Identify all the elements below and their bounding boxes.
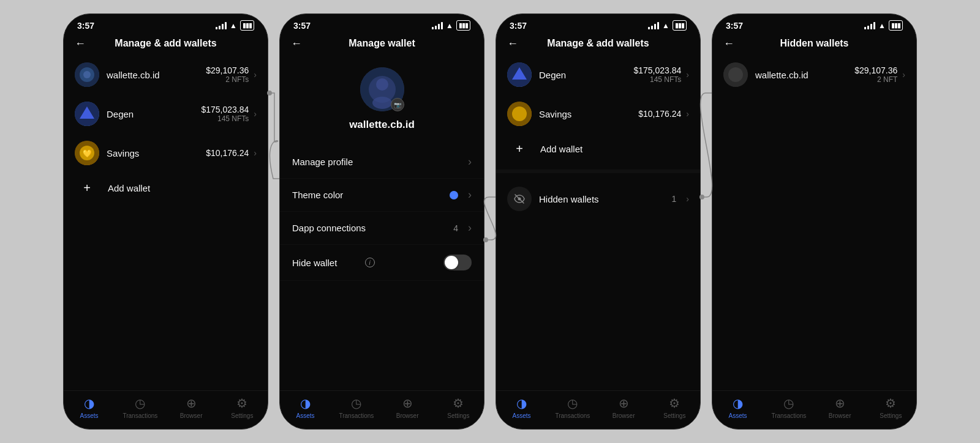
chevron-hidden-wallets: › <box>686 194 689 204</box>
wallet-item-degen-3[interactable]: Degen $175,023.84 145 NFTs › <box>496 55 700 94</box>
add-wallet-button-1[interactable]: + Add wallet <box>64 173 268 204</box>
screen-title-1: Manage & add wallets <box>115 38 216 49</box>
signal-icon-4 <box>864 22 875 29</box>
menu-hide-wallet[interactable]: Hide wallet i <box>280 245 484 281</box>
wallet-item-savings-3[interactable]: Savings $10,176.24 › <box>496 94 700 133</box>
wallet-right-wallette: $29,107.36 2 NFTs <box>206 65 249 84</box>
svg-point-15 <box>512 106 527 121</box>
back-button-2[interactable]: ← <box>291 37 302 50</box>
browser-icon-1: ⊕ <box>186 396 197 411</box>
avatar-wallette-hidden <box>723 62 748 87</box>
screen-content-4: wallette.cb.id $29,107.36 2 NFT › <box>712 55 916 390</box>
phone-1: 3:57 ▲ ▮▮▮ ← Manage & add wallets <box>63 13 268 430</box>
divider-3 <box>496 169 700 173</box>
wallet-value-wallette: $29,107.36 <box>206 65 249 75</box>
nav-assets-2[interactable]: ◑ Assets <box>280 396 331 419</box>
battery-icon-4: ▮▮▮ <box>889 20 903 31</box>
back-button-4[interactable]: ← <box>723 37 734 50</box>
status-bar-1: 3:57 ▲ ▮▮▮ <box>64 14 268 33</box>
menu-theme-color[interactable]: Theme color › <box>280 179 484 212</box>
transactions-icon-1: ◷ <box>135 396 145 411</box>
assets-label-4: Assets <box>729 412 747 419</box>
hidden-wallets-row[interactable]: Hidden wallets 1 › <box>496 178 700 220</box>
chevron-dapp-connections: › <box>468 222 472 234</box>
wallet-name-degen-3: Degen <box>539 70 633 80</box>
menu-manage-profile[interactable]: Manage profile › <box>280 146 484 179</box>
browser-label-4: Browser <box>829 412 851 419</box>
signal-icon-3 <box>648 22 659 29</box>
settings-icon-4: ⚙ <box>885 396 896 411</box>
nav-transactions-2[interactable]: ◷ Transactions <box>331 396 382 419</box>
menu-label-dapp-connections: Dapp connections <box>292 223 453 233</box>
chevron-degen-3: › <box>686 70 689 80</box>
nav-browser-2[interactable]: ⊕ Browser <box>382 396 433 419</box>
screen-header-4: ← Hidden wallets <box>712 33 916 55</box>
hide-wallet-toggle[interactable] <box>443 255 472 270</box>
screen-title-2: Manage wallet <box>349 38 415 49</box>
wallet-right-degen: $175,023.84 145 NFTs <box>201 105 249 123</box>
settings-icon-3: ⚙ <box>669 396 680 411</box>
bottom-nav-3: ◑ Assets ◷ Transactions ⊕ Browser ⚙ Sett… <box>496 390 700 429</box>
eye-slash-icon <box>507 187 532 211</box>
phone-2: 3:57 ▲ ▮▮▮ ← Manage wallet <box>279 13 484 430</box>
assets-icon-1: ◑ <box>84 396 94 411</box>
status-bar-2: 3:57 ▲ ▮▮▮ <box>280 14 484 33</box>
back-button-1[interactable]: ← <box>75 37 86 50</box>
screen-header-1: ← Manage & add wallets <box>64 33 268 55</box>
nav-assets-4[interactable]: ◑ Assets <box>712 396 763 419</box>
nav-transactions-3[interactable]: ◷ Transactions <box>547 396 598 419</box>
wallet-name-wallette-hidden: wallette.cb.id <box>755 70 854 80</box>
screen-content-3: Degen $175,023.84 145 NFTs › Savings <box>496 55 700 390</box>
svg-point-11 <box>372 97 392 109</box>
wallet-value-wallette-hidden: $29,107.36 <box>854 65 897 75</box>
chevron-wallette: › <box>254 70 257 80</box>
wallet-name-savings-3: Savings <box>539 109 638 119</box>
svg-point-10 <box>376 78 388 91</box>
nav-browser-3[interactable]: ⊕ Browser <box>598 396 649 419</box>
transactions-icon-4: ◷ <box>783 396 794 411</box>
assets-label-3: Assets <box>513 412 531 419</box>
avatar-savings-1: 💛 <box>75 141 99 165</box>
wallet-item-wallette[interactable]: wallette.cb.id $29,107.36 2 NFTs › <box>64 55 268 94</box>
wifi-icon-1: ▲ <box>230 21 237 30</box>
settings-label-4: Settings <box>880 412 902 419</box>
signal-icon-1 <box>216 22 227 29</box>
screen-manage-wallet: 3:57 ▲ ▮▮▮ ← Manage wallet <box>279 13 484 430</box>
chevron-manage-profile: › <box>468 155 472 168</box>
nav-settings-1[interactable]: ⚙ Settings <box>217 396 268 419</box>
svg-point-2 <box>83 71 91 78</box>
signal-icon-2 <box>432 22 443 29</box>
nav-settings-3[interactable]: ⚙ Settings <box>649 396 700 419</box>
bottom-nav-1: ◑ Assets ◷ Transactions ⊕ Browser ⚙ Sett… <box>64 390 268 429</box>
screen-header-3: ← Manage & add wallets <box>496 33 700 55</box>
add-wallet-button-3[interactable]: + Add wallet <box>496 133 700 165</box>
nav-assets-1[interactable]: ◑ Assets <box>64 396 115 419</box>
nav-settings-4[interactable]: ⚙ Settings <box>865 396 916 419</box>
wallet-item-wallette-hidden[interactable]: wallette.cb.id $29,107.36 2 NFT › <box>712 55 916 94</box>
wallet-item-savings[interactable]: 💛 Savings $10,176.24 › <box>64 133 268 173</box>
plus-icon-1: + <box>75 181 99 195</box>
svg-text:💛: 💛 <box>83 149 92 158</box>
time-3: 3:57 <box>510 21 527 31</box>
nav-browser-1[interactable]: ⊕ Browser <box>166 396 217 419</box>
back-button-3[interactable]: ← <box>507 37 518 50</box>
wallet-name-degen: Degen <box>107 109 201 119</box>
screen-content-2: 📷 wallette.cb.id Manage profile › Theme … <box>280 55 484 390</box>
profile-section: 📷 wallette.cb.id <box>280 55 484 146</box>
menu-dapp-connections[interactable]: Dapp connections 4 › <box>280 212 484 245</box>
camera-badge[interactable]: 📷 <box>391 98 404 111</box>
nav-assets-3[interactable]: ◑ Assets <box>496 396 547 419</box>
nav-transactions-4[interactable]: ◷ Transactions <box>763 396 814 419</box>
transactions-icon-2: ◷ <box>351 396 361 411</box>
hidden-wallets-label: Hidden wallets <box>539 194 672 204</box>
nav-browser-4[interactable]: ⊕ Browser <box>815 396 865 419</box>
nav-transactions-1[interactable]: ◷ Transactions <box>115 396 165 419</box>
wallet-value-degen: $175,023.84 <box>201 105 249 114</box>
wallet-item-degen[interactable]: Degen $175,023.84 145 NFTs › <box>64 94 268 133</box>
screen-manage-add-wallets: 3:57 ▲ ▮▮▮ ← Manage & add wallets <box>63 13 268 430</box>
browser-label-1: Browser <box>180 412 203 419</box>
wallet-right-wallette-hidden: $29,107.36 2 NFT <box>854 65 897 84</box>
screen-content-1: wallette.cb.id $29,107.36 2 NFTs › Degen <box>64 55 268 390</box>
nav-settings-2[interactable]: ⚙ Settings <box>433 396 484 419</box>
bottom-nav-2: ◑ Assets ◷ Transactions ⊕ Browser ⚙ Sett… <box>280 390 484 429</box>
